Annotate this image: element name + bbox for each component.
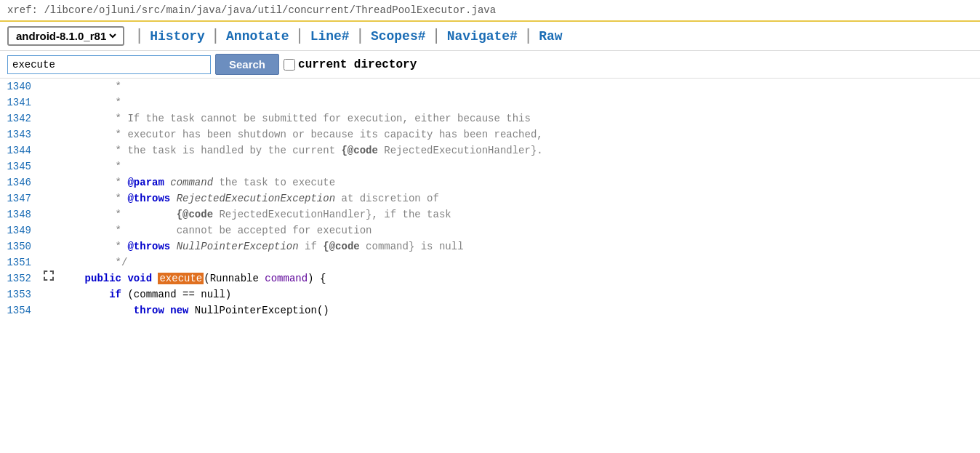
line-number[interactable]: 1344 bbox=[0, 143, 40, 159]
italic-text: RejectedExecutionException bbox=[170, 193, 335, 204]
codekw-text: {@code bbox=[177, 209, 213, 220]
line-content: * @throws NullPointerException if {@code… bbox=[57, 238, 980, 254]
line-number[interactable]: 1347 bbox=[0, 191, 40, 207]
atword-text: @param bbox=[127, 177, 164, 188]
code-text: (command == null) bbox=[121, 289, 231, 300]
code-line: 1341 * bbox=[0, 95, 980, 111]
code-text bbox=[60, 289, 109, 300]
navigate-link[interactable]: Navigate# bbox=[444, 29, 521, 44]
raw-link[interactable]: Raw bbox=[536, 29, 565, 44]
comment-text: * the task is handled by the current bbox=[60, 145, 341, 156]
sep2: | bbox=[211, 27, 220, 45]
current-directory-checkbox[interactable] bbox=[284, 59, 295, 71]
atword-text: @throws bbox=[127, 241, 170, 252]
version-select[interactable]: android-8.1.0_r81 bbox=[13, 29, 119, 43]
version-selector-wrapper[interactable]: android-8.1.0_r81 bbox=[7, 26, 124, 46]
comment-text: if bbox=[299, 241, 324, 252]
codekw-text: {@code bbox=[323, 241, 359, 252]
line-number[interactable]: 1352 bbox=[0, 270, 40, 286]
line-number[interactable]: 1345 bbox=[0, 159, 40, 175]
line-content: * the task is handled by the current {@c… bbox=[57, 143, 980, 159]
sep4: | bbox=[356, 27, 365, 45]
current-directory-filter[interactable]: current directory bbox=[284, 58, 417, 71]
line-content: * @throws RejectedExecutionException at … bbox=[57, 191, 980, 207]
xref-bar: xref: /libcore/ojluni/src/main/java/java… bbox=[0, 0, 980, 22]
sep3: | bbox=[294, 27, 304, 45]
italic-text: command bbox=[164, 177, 213, 188]
code-line: 1354 throw new NullPointerException() bbox=[0, 302, 980, 318]
keyword-text: throw bbox=[134, 305, 164, 316]
line-icon bbox=[40, 270, 57, 281]
code-view: 1340 *1341 *1342 * If the task cannot be… bbox=[0, 79, 980, 444]
line-content: * If the task cannot be submitted for ex… bbox=[57, 111, 980, 127]
keyword-text: void bbox=[127, 273, 152, 284]
keyword-text: new bbox=[170, 305, 188, 316]
search-bar: Search current directory bbox=[0, 51, 980, 79]
code-text bbox=[164, 305, 170, 316]
line-link[interactable]: Line# bbox=[308, 29, 353, 44]
code-line: 1345 * bbox=[0, 159, 980, 175]
highlight-text: execute bbox=[158, 273, 204, 284]
code-line: 1343 * executor has been shutdown or bec… bbox=[0, 127, 980, 143]
code-line: 1350 * @throws NullPointerException if {… bbox=[0, 238, 980, 254]
code-line: 1346 * @param command the task to execut… bbox=[0, 175, 980, 191]
line-number[interactable]: 1342 bbox=[0, 111, 40, 127]
code-line: 1344 * the task is handled by the curren… bbox=[0, 143, 980, 159]
toolbar: android-8.1.0_r81 | History | Annotate |… bbox=[0, 22, 980, 51]
history-link[interactable]: History bbox=[147, 29, 208, 44]
xref-path: xref: /libcore/ojluni/src/main/java/java… bbox=[7, 4, 496, 16]
search-input[interactable] bbox=[7, 55, 211, 74]
comment-text: RejectedExecutionHandler}, if the task bbox=[213, 209, 451, 220]
line-number[interactable]: 1349 bbox=[0, 223, 40, 238]
line-number[interactable]: 1353 bbox=[0, 286, 40, 302]
comment-text: at discretion of bbox=[335, 193, 439, 204]
line-number[interactable]: 1351 bbox=[0, 254, 40, 270]
comment-text: * bbox=[60, 81, 121, 92]
line-content: if (command == null) bbox=[57, 286, 980, 302]
line-number[interactable]: 1348 bbox=[0, 207, 40, 223]
definition-icon bbox=[44, 270, 54, 281]
line-content: * bbox=[57, 159, 980, 175]
codekw-text: {@code bbox=[341, 145, 377, 156]
search-button[interactable]: Search bbox=[215, 54, 279, 75]
code-text bbox=[60, 305, 134, 316]
keyword-text: public bbox=[85, 273, 121, 284]
comment-text: * bbox=[60, 177, 127, 188]
code-line: 1349 * cannot be accepted for execution bbox=[0, 223, 980, 238]
line-number[interactable]: 1341 bbox=[0, 95, 40, 111]
comment-text: */ bbox=[60, 257, 127, 268]
line-content: */ bbox=[57, 254, 980, 270]
comment-text: * If the task cannot be submitted for ex… bbox=[60, 113, 531, 124]
annotate-link[interactable]: Annotate bbox=[223, 29, 292, 44]
sep6: | bbox=[523, 27, 533, 45]
method-text: command bbox=[265, 273, 308, 284]
code-line: 1352 public void execute(Runnable comman… bbox=[0, 270, 980, 286]
code-line: 1351 */ bbox=[0, 254, 980, 270]
line-content: * executor has been shutdown or because … bbox=[57, 127, 980, 143]
line-number[interactable]: 1354 bbox=[0, 302, 40, 318]
line-number[interactable]: 1343 bbox=[0, 127, 40, 143]
current-directory-label: current directory bbox=[298, 58, 417, 71]
comment-text: * bbox=[60, 193, 127, 204]
line-content: public void execute(Runnable command) { bbox=[57, 270, 980, 286]
line-number[interactable]: 1340 bbox=[0, 79, 40, 95]
line-number[interactable]: 1350 bbox=[0, 238, 40, 254]
code-line: 1353 if (command == null) bbox=[0, 286, 980, 302]
comment-text: * bbox=[60, 97, 121, 108]
comment-text: the task to execute bbox=[213, 177, 335, 188]
line-content: * bbox=[57, 79, 980, 95]
keyword-text: if bbox=[109, 289, 121, 300]
comment-text: * bbox=[60, 209, 177, 220]
scopes-link[interactable]: Scopes# bbox=[368, 29, 429, 44]
code-container: 1340 *1341 *1342 * If the task cannot be… bbox=[0, 79, 980, 318]
code-text: NullPointerException() bbox=[188, 305, 329, 316]
code-line: 1347 * @throws RejectedExecutionExceptio… bbox=[0, 191, 980, 207]
line-content: * {@code RejectedExecutionHandler}, if t… bbox=[57, 207, 980, 223]
line-content: * cannot be accepted for execution bbox=[57, 223, 980, 238]
code-line: 1340 * bbox=[0, 79, 980, 95]
sep1: | bbox=[134, 27, 144, 45]
comment-text: * executor has been shutdown or because … bbox=[60, 129, 543, 140]
comment-text: * bbox=[60, 241, 127, 252]
line-number[interactable]: 1346 bbox=[0, 175, 40, 191]
code-text: ) { bbox=[308, 273, 326, 284]
